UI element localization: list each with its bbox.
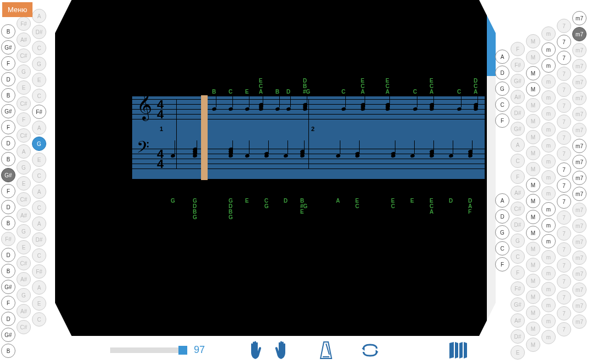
chord-button-C[interactable]: C [495, 97, 509, 112]
note-button-B[interactable]: B [1, 264, 15, 278]
note-button-E[interactable]: E [17, 240, 31, 254]
note-button-C#[interactable]: C# [17, 128, 31, 143]
chord-button-M[interactable]: M [526, 34, 540, 48]
note-button-B[interactable]: B [1, 24, 15, 39]
note-button-E[interactable]: E [32, 153, 46, 167]
chord-button-M[interactable]: M [526, 242, 540, 256]
chord-button-m[interactable]: m [541, 90, 556, 105]
chord-button-m[interactable]: m [541, 266, 556, 280]
note-button-G#[interactable]: G# [1, 104, 15, 118]
chord-button-G#[interactable]: G# [511, 297, 525, 312]
chord-button-F[interactable]: F [511, 42, 525, 56]
chord-button-M[interactable]: M [526, 258, 540, 272]
note-button-G[interactable]: G [17, 160, 31, 175]
chord-button-7[interactable]: 7 [557, 274, 571, 289]
chord-button-7[interactable]: 7 [557, 242, 571, 257]
chord-button-A#[interactable]: A# [511, 313, 525, 328]
note-button-A[interactable]: A [32, 216, 46, 231]
chord-button-m[interactable]: m [541, 154, 556, 169]
note-button-B[interactable]: B [1, 216, 15, 230]
note-button-B[interactable]: B [1, 152, 15, 166]
chord-button-m[interactable]: m [541, 186, 556, 200]
chord-button-7[interactable]: 7 [557, 19, 571, 33]
chord-button-M[interactable]: M [526, 226, 540, 240]
note-button-G[interactable]: G [17, 224, 31, 238]
note-button-F[interactable]: F [1, 184, 15, 198]
note-button-F#[interactable]: F# [32, 264, 46, 279]
note-button-D#[interactable]: D# [32, 25, 46, 39]
right-hand-button[interactable] [271, 339, 293, 361]
chord-button-m7[interactable]: m7 [572, 298, 587, 313]
note-button-A#[interactable]: A# [17, 32, 31, 47]
left-hand-button[interactable] [243, 339, 265, 361]
chord-button-7[interactable]: 7 [557, 162, 571, 177]
chord-button-G[interactable]: G [495, 225, 509, 240]
chord-button-F[interactable]: F [511, 265, 525, 280]
chord-button-m7[interactable]: m7 [572, 235, 587, 249]
chord-button-D[interactable]: D [495, 66, 509, 80]
chord-button-D#[interactable]: D# [511, 218, 525, 232]
chord-button-F#[interactable]: F# [511, 281, 525, 296]
chord-button-m7[interactable]: m7 [572, 75, 587, 89]
note-button-D[interactable]: D [1, 200, 15, 214]
vertical-scrollbar[interactable]: ▴ ▾ [487, 0, 496, 336]
chord-button-m7[interactable]: m7 [572, 267, 587, 281]
chord-button-F[interactable]: F [511, 170, 525, 184]
note-button-D[interactable]: D [1, 312, 15, 326]
note-button-C[interactable]: C [32, 200, 46, 215]
chord-button-m7[interactable]: m7 [572, 187, 587, 201]
note-button-C[interactable]: C [32, 312, 46, 327]
chord-button-m[interactable]: m [541, 170, 556, 184]
note-button-B[interactable]: B [1, 88, 15, 102]
note-button-E[interactable]: E [32, 73, 46, 87]
chord-button-F[interactable]: F [495, 257, 509, 271]
chord-button-A[interactable]: A [511, 138, 525, 152]
note-button-A[interactable]: A [32, 184, 46, 199]
chord-button-M[interactable]: M [526, 178, 540, 192]
chord-button-C[interactable]: C [511, 154, 525, 168]
chord-button-F[interactable]: F [495, 113, 509, 128]
chord-button-7[interactable]: 7 [557, 306, 571, 320]
note-button-F#[interactable]: F# [32, 105, 46, 119]
note-button-A[interactable]: A [32, 280, 46, 295]
chord-button-M[interactable]: M [526, 306, 540, 320]
chord-button-7[interactable]: 7 [557, 194, 571, 209]
chord-button-m7[interactable]: m7 [572, 43, 587, 57]
note-button-G#[interactable]: G# [1, 280, 15, 294]
chord-button-D#[interactable]: D# [511, 106, 525, 120]
chord-button-7[interactable]: 7 [557, 146, 571, 161]
note-button-D[interactable]: D [1, 136, 15, 150]
loop-button[interactable] [359, 339, 381, 361]
chord-button-M[interactable]: M [526, 210, 540, 224]
chord-button-A#[interactable]: A# [511, 186, 525, 200]
chord-button-7[interactable]: 7 [557, 35, 571, 49]
chord-button-m7[interactable]: m7 [572, 203, 587, 217]
chord-button-m7[interactable]: m7 [572, 107, 587, 121]
chord-button-A[interactable]: A [495, 193, 509, 208]
accordion-view-button[interactable] [447, 339, 469, 361]
note-button-E[interactable]: E [17, 80, 31, 95]
chord-button-m7[interactable]: m7 [572, 251, 587, 265]
note-button-D[interactable]: D [1, 72, 15, 86]
chord-button-m7[interactable]: m7 [572, 282, 587, 297]
chord-button-M[interactable]: M [526, 146, 540, 160]
note-button-C[interactable]: C [32, 169, 46, 183]
chord-button-F#[interactable]: F# [511, 58, 525, 72]
chord-button-7[interactable]: 7 [557, 226, 571, 241]
chord-button-M[interactable]: M [526, 66, 540, 80]
chord-button-7[interactable]: 7 [557, 131, 571, 145]
chord-button-7[interactable]: 7 [557, 51, 571, 65]
note-button-C#[interactable]: C# [17, 96, 31, 111]
note-button-C#[interactable]: C# [17, 256, 31, 270]
chord-button-M[interactable]: M [526, 322, 540, 336]
chord-button-M[interactable]: M [526, 338, 540, 352]
chord-button-m[interactable]: m [541, 26, 556, 41]
note-button-G[interactable]: G [17, 288, 31, 302]
chord-button-m7[interactable]: m7 [572, 314, 587, 329]
note-button-G[interactable]: G [32, 57, 46, 71]
chord-button-m[interactable]: m [541, 74, 556, 89]
note-button-G#[interactable]: G# [1, 328, 15, 342]
chord-button-G[interactable]: G [495, 82, 509, 96]
note-button-A#[interactable]: A# [17, 208, 31, 222]
chord-button-C[interactable]: C [511, 249, 525, 264]
